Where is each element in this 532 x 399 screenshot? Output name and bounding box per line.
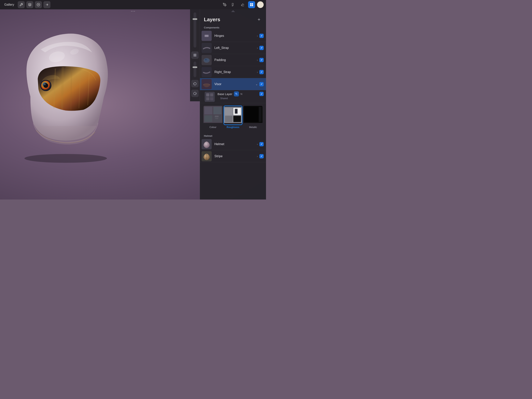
layer-row-helmet[interactable]: Helmet › [200, 138, 266, 150]
layer-thumb-left-strap [202, 43, 212, 53]
brush-settings-icon-button[interactable] [26, 1, 33, 8]
svg-rect-58 [233, 116, 241, 122]
layer-checkbox-base[interactable] [259, 92, 264, 96]
svg-rect-64 [259, 107, 262, 122]
layer-thumb-base [205, 92, 215, 102]
layer-name-stripe: Stripe [212, 154, 257, 158]
layer-checkbox-hinges[interactable] [259, 34, 264, 38]
svg-line-11 [71, 67, 72, 110]
layer-thumb-visor [202, 79, 212, 89]
svg-rect-4 [250, 5, 252, 6]
texture-colour[interactable]: Colour [203, 106, 222, 130]
base-layer-sublabel: Shared [217, 97, 228, 100]
layer-thumb-padding [202, 55, 212, 65]
texture-thumb-colour[interactable] [203, 106, 222, 125]
layers-scroll-area[interactable]: Components Hinges › Left_Stra [200, 25, 266, 200]
layers-panel-button[interactable] [248, 1, 255, 8]
texture-roughness[interactable]: Roughness [223, 106, 242, 130]
layer-chevron-right-strap: › [257, 71, 258, 74]
svg-point-24 [89, 55, 89, 56]
add-layer-button[interactable]: + [256, 16, 262, 23]
svg-rect-53 [215, 118, 218, 119]
svg-line-10 [62, 67, 63, 110]
svg-rect-48 [204, 107, 212, 114]
svg-rect-3 [252, 3, 253, 5]
layer-options-button[interactable] [191, 51, 199, 59]
helmet-section-label: Helmet [200, 133, 266, 138]
svg-rect-40 [205, 92, 215, 102]
layer-chevron-padding: › [257, 58, 258, 62]
layer-name-hinges: Hinges [212, 34, 257, 38]
svg-point-1 [224, 4, 225, 5]
layer-checkbox-padding[interactable] [259, 58, 264, 62]
svg-rect-55 [225, 108, 233, 115]
svg-rect-43 [206, 97, 209, 100]
blend-mode-badge[interactable] [234, 91, 239, 97]
toolbar-left: Gallery [2, 1, 51, 8]
layer-row-stripe[interactable]: Stripe › [200, 150, 266, 162]
texture-thumbnails-container: Colour [200, 103, 266, 132]
gallery-button[interactable]: Gallery [2, 2, 16, 8]
layer-row-hinges[interactable]: Hinges › [200, 30, 266, 42]
toolbar-right [221, 1, 264, 8]
user-avatar-button[interactable] [257, 1, 264, 8]
svg-point-19 [60, 51, 60, 52]
smudge-icon-button[interactable] [35, 1, 42, 8]
layer-thumb-right-strap [202, 67, 212, 77]
layer-checkbox-visor[interactable] [259, 82, 264, 86]
texture-colour-label: Colour [209, 125, 216, 130]
texture-metallic[interactable]: Metallic [244, 106, 262, 130]
layers-panel-title: Layers [204, 17, 220, 23]
svg-rect-52 [215, 116, 218, 117]
svg-point-46 [236, 94, 238, 95]
layer-checkbox-left-strap[interactable] [259, 46, 264, 50]
svg-point-25 [52, 55, 53, 56]
layer-row-visor[interactable]: Visor ⌄ [200, 78, 266, 90]
layers-panel: Layers + Components Hinges › [200, 9, 266, 200]
panel-caret [200, 9, 266, 13]
svg-point-0 [37, 3, 40, 6]
brush-size-slider[interactable] [194, 13, 196, 48]
texture-metallic-label: Metallic [249, 125, 257, 130]
wrench-icon-button[interactable] [18, 1, 25, 8]
blend-mode-letter: N [241, 93, 242, 96]
opacity-slider[interactable] [194, 62, 196, 77]
layer-expand-chevron-visor: ⌄ [255, 83, 258, 86]
svg-point-17 [44, 84, 45, 85]
layer-name-left-strap: Left_Strap [212, 46, 257, 50]
components-section-label: Components [200, 25, 266, 30]
move-icon-button[interactable] [44, 1, 51, 8]
layer-name-visor: Visor [212, 82, 255, 86]
layer-checkbox-helmet[interactable] [259, 142, 264, 146]
svg-point-18 [55, 49, 56, 50]
layer-checkbox-stripe[interactable] [259, 154, 264, 158]
redo-button[interactable] [191, 90, 199, 97]
svg-rect-28 [194, 55, 195, 56]
layer-chevron-left-strap: › [257, 46, 258, 50]
texture-thumb-metallic[interactable] [244, 106, 262, 125]
layer-name-padding: Padding [212, 58, 257, 62]
layer-row-padding[interactable]: Padding › [200, 54, 266, 66]
svg-rect-57 [225, 116, 233, 122]
eraser-tool-button[interactable] [239, 1, 246, 8]
layer-chevron-hinges: › [257, 34, 258, 37]
layer-checkbox-right-strap[interactable] [259, 70, 264, 74]
svg-rect-61 [236, 109, 237, 113]
svg-rect-41 [206, 93, 209, 97]
layer-chevron-helmet: › [257, 143, 258, 146]
undo-button[interactable] [191, 80, 199, 87]
texture-thumb-roughness[interactable] [223, 106, 242, 125]
svg-rect-42 [210, 93, 213, 97]
pen-nib-tool-button[interactable] [221, 1, 228, 8]
svg-point-37 [205, 59, 207, 60]
svg-point-20 [65, 48, 66, 48]
layer-row-base-layer[interactable]: Base Layer N Shared [200, 90, 266, 103]
layer-row-left-strap[interactable]: Left_Strap › [200, 42, 266, 54]
layer-name-right-strap: Right_Strap [212, 70, 257, 74]
layer-thumb-helmet [202, 139, 212, 149]
layer-name-helmet: Helmet [212, 142, 257, 146]
svg-point-22 [77, 48, 78, 49]
helmet-illustration [4, 15, 136, 175]
layer-row-right-strap[interactable]: Right_Strap › [200, 66, 266, 78]
brush-tool-button[interactable] [230, 1, 237, 8]
